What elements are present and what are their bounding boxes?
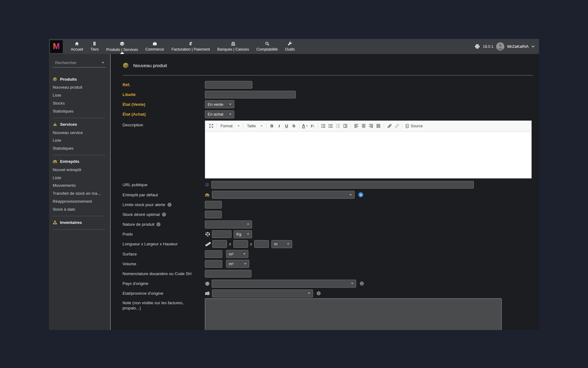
bullet-list-icon[interactable] — [327, 122, 334, 129]
dimension-unit-select[interactable]: m — [271, 240, 292, 248]
volume-label: Volume — [123, 261, 205, 266]
search-placeholder: Rechercher — [55, 60, 77, 65]
source-button[interactable]: Source — [404, 122, 424, 129]
sidebar-section-services[interactable]: Services — [53, 121, 106, 128]
menu-item-commerce[interactable]: Commerce — [142, 39, 168, 54]
ref-label: Réf. — [123, 82, 205, 87]
username-label[interactable]: MrZaKaRiA — [507, 44, 529, 49]
main-content: Nouveau produit Réf. Libellé État (Vente… — [110, 54, 539, 330]
etat-achat-select[interactable]: En achat — [205, 110, 234, 118]
menu-item-tiers[interactable]: Tiers — [87, 39, 102, 54]
url-publique-input[interactable] — [211, 181, 474, 189]
limite-stock-input[interactable] — [205, 201, 222, 209]
ordered-list-icon[interactable] — [320, 122, 327, 129]
sidebar-section-produits[interactable]: Produits — [53, 76, 106, 83]
toolbar-separator — [217, 123, 217, 128]
chevron-down-icon[interactable] — [531, 45, 535, 48]
info-icon[interactable]: i — [360, 282, 364, 286]
globe-icon — [205, 281, 210, 286]
align-left-icon[interactable] — [353, 122, 360, 129]
info-icon[interactable]: i — [162, 213, 166, 217]
largeur-input[interactable] — [233, 240, 248, 248]
app-body: Rechercher Produits Nouveau produit List… — [49, 54, 539, 330]
surface-unit-select[interactable]: m² — [226, 250, 248, 258]
form-row-pays: Pays d'origine i — [123, 279, 539, 289]
sidebar-item-reapprovisionnement[interactable]: Réapprovisionnement — [53, 197, 106, 205]
outdent-icon[interactable] — [334, 122, 341, 129]
sidebar-item-stock-a-date[interactable]: Stock à date — [53, 205, 106, 213]
description-editor-body[interactable] — [205, 132, 531, 178]
sidebar-item-nouveau-produit[interactable]: Nouveau produit — [53, 83, 106, 91]
combo-caret-icon — [261, 125, 262, 127]
ref-input[interactable] — [205, 81, 252, 89]
menu-item-facturation[interactable]: Facturation | Paiement — [168, 39, 214, 54]
volume-input[interactable] — [205, 260, 222, 268]
unlink-icon[interactable] — [393, 122, 400, 129]
strikethrough-button[interactable]: S — [290, 122, 297, 129]
hauteur-input[interactable] — [254, 240, 269, 248]
info-icon[interactable]: i — [317, 291, 321, 295]
longueur-input[interactable] — [212, 240, 227, 248]
sidebar-item-produits-statistiques[interactable]: Statistiques — [53, 107, 106, 115]
sidebar-item-produits-liste[interactable]: Liste — [53, 91, 106, 99]
libelle-input[interactable] — [205, 91, 296, 98]
sidebar-item-stocks[interactable]: Stocks — [53, 99, 106, 107]
sidebar-item-nouvel-entrepot[interactable]: Nouvel entrepôt — [53, 166, 106, 174]
stock-optimal-input[interactable] — [205, 211, 222, 218]
align-center-icon[interactable] — [360, 122, 367, 129]
sidebar-item-transfert-stock[interactable]: Transfert de stock en ma… — [53, 190, 106, 197]
info-icon[interactable]: i — [156, 222, 160, 226]
entrepot-select[interactable] — [212, 191, 355, 199]
indent-icon[interactable] — [342, 122, 349, 129]
menu-item-accueil[interactable]: Accueil — [67, 39, 87, 54]
bold-button[interactable]: B — [268, 122, 275, 129]
page-title-text: Nouveau produit — [133, 63, 167, 68]
remove-format-button[interactable]: Tx — [309, 122, 316, 129]
text-color-button[interactable]: A — [301, 122, 308, 129]
avatar[interactable] — [496, 42, 504, 51]
volume-unit-select[interactable]: m³ — [226, 260, 249, 268]
align-justify-icon[interactable] — [375, 122, 382, 129]
etat-vente-select[interactable]: En vente — [205, 100, 234, 108]
search-combobox[interactable]: Rechercher — [53, 59, 106, 67]
province-select[interactable] — [212, 289, 313, 297]
wrench-icon — [288, 41, 292, 46]
note-textarea[interactable] — [205, 298, 502, 330]
source-button-label: Source — [411, 124, 423, 128]
surface-input[interactable] — [205, 250, 222, 258]
maximize-icon[interactable] — [208, 122, 215, 129]
sidebar-item-services-liste[interactable]: Liste — [53, 136, 106, 144]
align-right-icon[interactable] — [368, 122, 375, 129]
app-logo[interactable]: M — [50, 40, 63, 53]
underline-button[interactable]: U — [283, 122, 290, 129]
sidebar-item-entrepots-liste[interactable]: Liste — [53, 174, 106, 182]
info-icon[interactable]: i — [168, 203, 172, 207]
nomenclature-input[interactable] — [205, 270, 251, 278]
pays-select[interactable] — [212, 280, 356, 288]
sidebar-section-entrepots[interactable]: Entrepôts — [53, 158, 106, 166]
poids-input[interactable] — [212, 230, 232, 238]
poids-unit-select[interactable]: Kg — [234, 230, 252, 238]
taille-combo[interactable]: Taille — [245, 122, 265, 129]
menu-item-banques[interactable]: Banques | Caisses — [213, 39, 253, 54]
sidebar-item-services-statistiques[interactable]: Statistiques — [53, 144, 106, 152]
poids-label: Poids — [123, 232, 205, 237]
nature-select[interactable] — [205, 220, 252, 228]
sidebar-section-inventaires[interactable]: Inventaires — [53, 219, 106, 227]
printer-icon[interactable] — [475, 44, 480, 49]
add-warehouse-button[interactable]: + — [358, 192, 363, 197]
select-caret-icon — [229, 113, 232, 115]
remove-format-letter: T — [310, 124, 313, 128]
link-icon[interactable] — [386, 122, 393, 129]
menu-item-outils[interactable]: Outils — [281, 39, 299, 54]
menu-item-comptabilite[interactable]: Comptabilité — [253, 39, 281, 54]
section-title: Produits — [60, 77, 77, 82]
menu-item-produits-services[interactable]: Produits | Services — [103, 39, 142, 54]
format-combo[interactable]: Format — [219, 122, 241, 129]
section-title: Services — [60, 122, 77, 127]
sidebar-item-nouveau-service[interactable]: Nouveau service — [53, 128, 106, 136]
briefcase-icon — [153, 41, 157, 46]
url-publique-label: URL publique — [123, 182, 205, 187]
sidebar-item-mouvements[interactable]: Mouvements — [53, 182, 106, 190]
italic-button[interactable]: I — [276, 122, 283, 129]
